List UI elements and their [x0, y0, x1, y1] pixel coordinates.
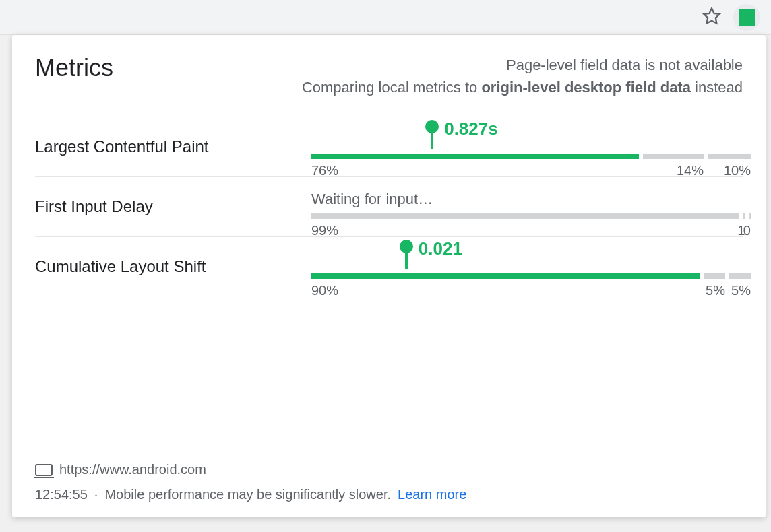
- subtitle-bold: origin-level desktop field data: [481, 79, 691, 96]
- marker-stem: [431, 133, 433, 149]
- footer-timestamp: 12:54:55: [35, 487, 88, 502]
- segment-label: 76%: [311, 163, 338, 178]
- metric-name: Cumulative Layout Shift: [35, 257, 291, 276]
- distribution-segment: 5%: [729, 273, 751, 279]
- metric-distribution: Waiting for input…99%10: [311, 195, 743, 219]
- background-letter: t: [0, 269, 13, 339]
- desktop-icon: [35, 464, 53, 476]
- segment-label: 10%: [724, 163, 751, 178]
- distribution-segment: 10%: [708, 154, 751, 159]
- metric-name: First Input Delay: [35, 197, 291, 216]
- distribution-segment: 1: [743, 213, 745, 219]
- distribution-segment: 14%: [643, 154, 704, 159]
- segment-label: 0: [743, 223, 751, 238]
- metric-row: First Input DelayWaiting for input…99%10: [35, 176, 743, 236]
- subtitle-post: instead: [691, 79, 743, 96]
- footer-note: Mobile performance may be significantly …: [104, 487, 391, 502]
- metric-distribution: 76%14%10%0.827s: [311, 135, 743, 159]
- metric-row: Cumulative Layout Shift90%5%5%0.021: [35, 236, 743, 296]
- footer-note-line: 12:54:55 · Mobile performance may be sig…: [35, 487, 743, 502]
- distribution-segment: 0: [749, 213, 751, 219]
- footer-separator: ·: [94, 487, 98, 502]
- extension-badge[interactable]: [733, 4, 760, 31]
- local-value-marker: 0.827s: [425, 120, 439, 149]
- web-vitals-popup: Metrics Page-level field data is not ava…: [12, 35, 766, 517]
- local-value: 0.021: [419, 238, 462, 259]
- subtitle-line-1: Page-level field data is not available: [302, 54, 743, 76]
- metric-name: Largest Contentful Paint: [35, 137, 291, 156]
- bookmark-star-icon[interactable]: [702, 7, 721, 28]
- distribution-segment: 76%: [311, 154, 639, 159]
- panel-subtitle: Page-level field data is not available C…: [302, 54, 743, 98]
- distribution-segment: 90%: [311, 273, 700, 279]
- marker-dot-icon: [400, 240, 413, 253]
- segment-label: 5%: [731, 283, 751, 298]
- segment-label: 5%: [706, 283, 725, 298]
- subtitle-line-2: Comparing local metrics to origin-level …: [302, 76, 743, 98]
- segment-label: 99%: [311, 223, 338, 238]
- segment-label: 14%: [677, 163, 704, 178]
- local-value: 0.827s: [444, 119, 498, 139]
- svg-marker-0: [704, 8, 719, 23]
- distribution-segment: 5%: [704, 273, 725, 279]
- panel-title: Metrics: [35, 54, 113, 82]
- subtitle-pre: Comparing local metrics to: [302, 79, 482, 96]
- footer-url-line: https://www.android.com: [35, 462, 743, 477]
- footer-url: https://www.android.com: [59, 462, 206, 477]
- browser-toolbar: [0, 0, 771, 35]
- distribution-bar: 90%5%5%: [311, 271, 743, 279]
- segment-label: 90%: [311, 283, 338, 298]
- metric-row: Largest Contentful Paint76%14%10%0.827s: [35, 135, 743, 176]
- distribution-bar: 76%14%10%: [311, 151, 743, 159]
- web-vitals-extension-icon: [739, 9, 755, 26]
- local-value-marker: 0.021: [400, 240, 413, 269]
- learn-more-link[interactable]: Learn more: [398, 487, 466, 502]
- marker-dot-icon: [425, 120, 439, 133]
- marker-stem: [405, 253, 408, 269]
- distribution-bar: 99%10: [311, 211, 743, 219]
- popup-footer: https://www.android.com 12:54:55 · Mobil…: [35, 453, 743, 502]
- distribution-segment: 99%: [311, 213, 739, 219]
- metric-distribution: 90%5%5%0.021: [311, 255, 743, 279]
- waiting-text: Waiting for input…: [311, 191, 433, 208]
